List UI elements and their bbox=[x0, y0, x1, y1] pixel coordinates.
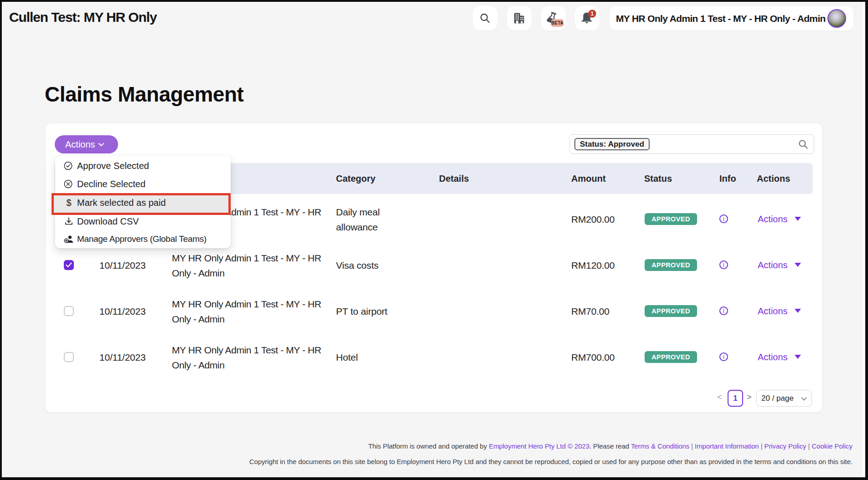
svg-text:$: $ bbox=[66, 198, 71, 208]
svg-text:1: 1 bbox=[591, 10, 594, 17]
